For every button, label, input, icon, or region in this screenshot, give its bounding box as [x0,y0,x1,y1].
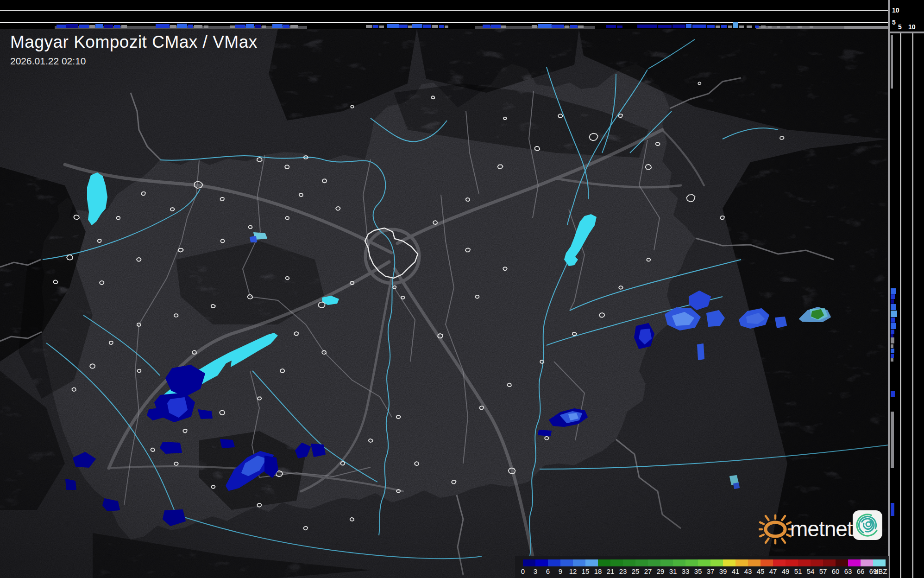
echo-top-mark [733,22,738,28]
legend-segment [573,559,585,566]
echo-top-mark [283,25,289,28]
echo-side-mark [891,344,893,348]
legend-segment [560,559,573,566]
echo-side-mark [891,299,894,304]
terrain-baseline-mark [844,26,889,29]
echo-top-mark [156,24,170,28]
echo-top-mark [121,25,127,28]
echo-top-mark [578,25,584,28]
right-axis-line [889,32,924,33]
echo-top-mark [66,24,78,28]
legend-tick: 0 [517,567,529,575]
legend-tick: 47 [767,567,779,575]
legend-tick: 3 [529,567,541,575]
metnet-logo[interactable]: metnet [759,506,884,551]
echo-top-mark [692,25,706,28]
sun-ray [766,516,769,520]
echo-top-mark [686,24,691,28]
legend-segment [585,559,598,566]
legend-tick: 27 [642,567,654,575]
legend-segment [761,559,773,566]
legend-unit: dBZ [874,567,887,575]
legend-tick: 54 [805,567,817,575]
echo-side-mark [891,294,895,299]
echo-top-mark [104,25,113,28]
echo-top-mark [366,25,372,28]
legend-segment [673,559,685,566]
legend-tick: 66 [855,567,867,575]
echo-top-mark [177,24,187,28]
echo-top-mark [761,25,766,28]
legend-tick: 57 [817,567,829,575]
echo-top-mark [89,25,95,28]
echo-top-mark [255,25,261,28]
sun-ray [760,522,764,524]
legend-tick: 23 [617,567,629,575]
title-block: Magyar Kompozit CMax / VMax 2026.01.22 0… [10,32,258,67]
sun-ray [760,535,764,537]
echo-top-mark [114,25,120,28]
legend-tick: 25 [629,567,641,575]
legend-tick: 9 [554,567,566,575]
echo-top-mark [810,26,813,28]
echo-side-mark [891,330,894,334]
legend-segment [710,559,723,566]
echo-top-mark [204,25,208,28]
legend-tick: 37 [704,567,717,575]
legend-segment [685,559,698,566]
echo-top-mark [483,25,490,28]
echo-top-mark [739,25,744,28]
legend-segment [623,559,635,566]
legend-tick: 45 [754,567,767,575]
echo-side-mark [891,503,894,516]
echo-side-mark [891,288,896,294]
right-axis-tick: 10 [908,23,916,31]
legend-segment [848,559,861,566]
echo-top-mark [658,25,672,28]
echo-top-mark [798,26,802,28]
echo-top-mark [721,25,727,28]
top-axis-tick: 10 [892,6,899,14]
echo-top-mark [755,25,759,28]
echo-side-mark [891,354,894,358]
legend-tick: 39 [717,567,729,575]
echo-side-mark [891,358,893,362]
legend-segment [873,559,886,566]
echo-top-mark [606,25,616,28]
legend-segment [523,559,535,566]
legend-tick: 60 [830,567,842,575]
echo-top-mark [170,25,176,28]
legend-tick: 41 [729,567,742,575]
echo-top-mark [768,26,772,28]
echo-top-mark [399,25,408,28]
echo-top-mark [747,25,752,28]
legend-segment [648,559,660,566]
echo-top-mark [194,25,202,28]
legend-tick: 21 [604,567,616,575]
echo-top-mark [230,25,235,28]
echo-top-mark [532,25,537,28]
vignette [0,29,889,578]
legend-segment [598,559,610,566]
echo-top-mark [246,24,254,28]
echo-side-mark [891,323,896,329]
reflectivity-legend: 0369121518212325272931333537394143454749… [515,556,889,578]
legend-segment [823,559,836,566]
echo-top-mark [490,25,501,28]
legend-segment [773,559,786,566]
legend-segment [798,559,811,566]
sun-ray [782,516,786,520]
legend-tick: 12 [567,567,579,575]
echo-top-mark [262,25,266,28]
echo-top-mark [501,25,506,28]
cyclone-app-icon [852,510,883,540]
echo-side-mark [891,35,893,89]
legend-segment [811,559,823,566]
echo-top-mark [408,25,412,28]
echo-top-mark [538,24,552,28]
legend-tick: 6 [542,567,554,575]
echo-top-mark [412,24,422,28]
echo-top-mark [373,25,378,28]
legend-segment [723,559,735,566]
legend-tick: 49 [779,567,792,575]
